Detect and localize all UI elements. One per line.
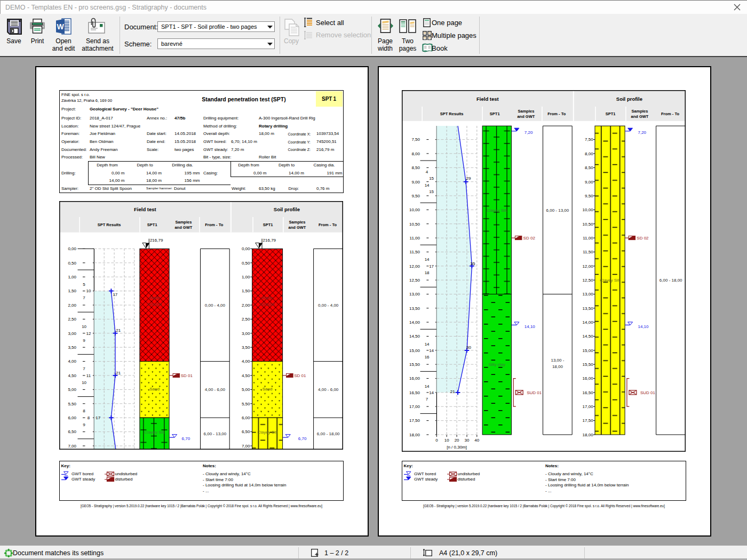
svg-text:Samples: Samples	[518, 109, 534, 114]
svg-text:14: 14	[425, 183, 430, 188]
svg-text:15,00: 15,00	[583, 348, 594, 353]
svg-text:2,00: 2,00	[242, 303, 250, 308]
svg-text:4,00 - 6,00: 4,00 - 6,00	[318, 387, 339, 392]
svg-text:6,70: 6,70	[182, 436, 190, 441]
svg-text:5,50: 5,50	[68, 402, 76, 406]
svg-text:30: 30	[465, 438, 470, 443]
svg-text:14: 14	[425, 257, 430, 262]
svg-text:1,00: 1,00	[68, 275, 76, 279]
svg-text:Clayey Silt: Clayey Silt	[257, 430, 278, 435]
svg-text:11,00: 11,00	[410, 236, 420, 241]
svg-text:Samples: Samples	[632, 109, 648, 114]
svg-text:7,20: 7,20	[525, 130, 533, 135]
svg-text:13,00 -: 13,00 -	[551, 358, 564, 363]
svg-text:21: 21	[450, 389, 455, 394]
svg-text:9: 9	[83, 338, 85, 343]
svg-text:29: 29	[466, 176, 471, 181]
svg-text:17: 17	[113, 292, 117, 297]
svg-text:11,50: 11,50	[583, 250, 593, 254]
svg-text:10: 10	[82, 324, 86, 329]
svg-text:7,50: 7,50	[585, 137, 593, 142]
svg-text:SD 02: SD 02	[523, 236, 536, 241]
svg-text:17: 17	[429, 264, 434, 269]
svg-text:16,50: 16,50	[409, 390, 420, 395]
svg-text:Silty clay: Silty clay	[488, 362, 505, 367]
svg-text:Made: Made	[149, 295, 160, 300]
svg-text:10,50: 10,50	[409, 222, 420, 227]
svg-text:18,00: 18,00	[583, 433, 594, 437]
svg-text:14,00: 14,00	[583, 320, 594, 325]
svg-text:216,79: 216,79	[263, 238, 276, 243]
svg-text:0,00 - 4,00: 0,00 - 4,00	[205, 303, 226, 308]
svg-text:13,00: 13,00	[583, 292, 594, 297]
svg-text:Soil profile: Soil profile	[274, 206, 300, 212]
svg-text:and GWT: and GWT	[174, 225, 192, 230]
svg-text:8: 8	[88, 415, 90, 420]
svg-text:1,00: 1,00	[242, 275, 250, 279]
svg-text:14,50: 14,50	[583, 334, 594, 339]
svg-text:18: 18	[425, 270, 430, 275]
svg-text:15,00: 15,00	[409, 348, 420, 353]
svg-text:8,00: 8,00	[585, 151, 593, 156]
svg-text:Soil profile: Soil profile	[616, 96, 642, 102]
svg-text:8,50: 8,50	[411, 165, 420, 170]
svg-text:18,00: 18,00	[409, 433, 420, 437]
svg-text:Field test: Field test	[134, 206, 157, 212]
svg-text:SUD 01: SUD 01	[640, 390, 656, 395]
svg-text:14: 14	[425, 384, 430, 389]
svg-text:6,00 - 13,00: 6,00 - 13,00	[204, 431, 227, 436]
svg-text:6,00 - 18,00: 6,00 - 18,00	[317, 431, 340, 436]
svg-text:20: 20	[455, 438, 459, 443]
svg-text:10,00: 10,00	[409, 207, 420, 212]
svg-text:10: 10	[444, 438, 449, 443]
svg-text:0: 0	[435, 438, 438, 443]
svg-text:SD 02: SD 02	[637, 236, 649, 241]
svg-text:14,10: 14,10	[638, 324, 649, 329]
svg-text:15,50: 15,50	[409, 362, 420, 367]
svg-text:14: 14	[429, 348, 434, 353]
svg-text:7,20: 7,20	[638, 130, 647, 135]
svg-text:15,50: 15,50	[583, 362, 594, 367]
svg-text:6,00 - 13,00: 6,00 - 13,00	[546, 208, 569, 213]
svg-text:30: 30	[466, 345, 471, 350]
svg-text:Field test: Field test	[476, 96, 499, 102]
svg-text:2,00: 2,00	[68, 303, 76, 308]
svg-text:Clayey Silt: Clayey Silt	[487, 208, 507, 213]
svg-text:Ground: Ground	[260, 302, 275, 307]
svg-text:6,50: 6,50	[242, 429, 250, 434]
svg-text:21: 21	[116, 371, 121, 375]
svg-text:1,50: 1,50	[242, 289, 250, 293]
svg-text:17,50: 17,50	[583, 418, 594, 423]
svg-text:0,50: 0,50	[68, 261, 76, 266]
svg-text:13,50: 13,50	[583, 306, 594, 311]
svg-text:7: 7	[83, 366, 85, 371]
svg-text:11: 11	[86, 373, 91, 378]
svg-text:9,00: 9,00	[411, 180, 420, 185]
svg-text:11,50: 11,50	[410, 250, 420, 254]
svg-text:and GWT: and GWT	[631, 114, 649, 119]
svg-text:6,50: 6,50	[68, 429, 76, 434]
svg-text:12,50: 12,50	[409, 278, 420, 283]
svg-text:Samples: Samples	[175, 220, 192, 225]
svg-text:2,50: 2,50	[242, 317, 250, 322]
svg-text:0,00: 0,00	[68, 246, 76, 251]
svg-text:15: 15	[429, 176, 434, 181]
svg-text:17,50: 17,50	[409, 418, 420, 423]
svg-text:8,00: 8,00	[411, 151, 420, 156]
svg-text:6,00: 6,00	[242, 415, 250, 420]
svg-text:10: 10	[82, 380, 86, 385]
svg-text:9,00: 9,00	[585, 180, 593, 185]
svg-text:SUD 01: SUD 01	[527, 390, 542, 395]
svg-text:W: W	[57, 22, 64, 31]
svg-text:12,50: 12,50	[583, 278, 594, 283]
svg-text:16,00: 16,00	[583, 376, 594, 381]
svg-text:216,79: 216,79	[150, 238, 163, 243]
svg-text:4,00: 4,00	[68, 359, 76, 364]
svg-text:12,00: 12,00	[583, 264, 594, 269]
svg-text:14,10: 14,10	[525, 324, 536, 329]
svg-text:SPT1: SPT1	[490, 111, 500, 116]
svg-text:Ground: Ground	[147, 302, 162, 307]
svg-text:SPT1: SPT1	[263, 222, 273, 227]
svg-text:16,00: 16,00	[409, 376, 420, 381]
svg-text:2,50: 2,50	[68, 317, 76, 322]
